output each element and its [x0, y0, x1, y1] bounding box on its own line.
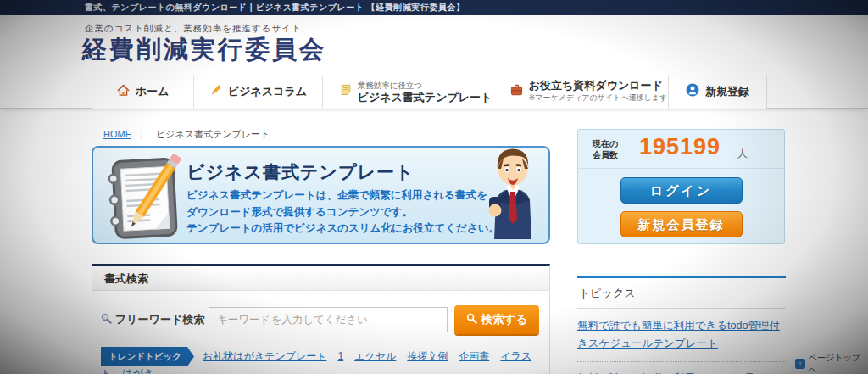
page-top-button[interactable]: ↑ ページトップへ: [792, 354, 868, 373]
banner-description: ビジネス書式テンプレートは、企業で頻繁に利用される書式を ダウンロード形式で提供…: [186, 187, 499, 237]
member-login-panel: 現在の 会員数 195199 人 ログイン 新規会員登録: [577, 129, 785, 244]
page-meta-title: 書式、テンプレートの無料ダウンロード | ビジネス書式テンプレート 【経費削減実…: [85, 0, 465, 15]
nav-item-business-templates[interactable]: 業務効率に役立つ ビジネス書式テンプレート: [322, 75, 509, 109]
top-title-bar: 書式、テンプレートの無料ダウンロード | ビジネス書式テンプレート 【経費削減実…: [0, 0, 868, 15]
login-button[interactable]: ログイン: [620, 177, 743, 204]
search-icon: [466, 313, 477, 327]
home-icon: [117, 84, 130, 100]
trend-link[interactable]: エクセル: [354, 350, 396, 362]
nav-label: ビジネス書式テンプレート: [358, 92, 492, 103]
nav-item-business-column[interactable]: ビジネスコラム: [193, 75, 322, 109]
nav-label: ホーム: [136, 84, 170, 99]
site-logo[interactable]: 経費削減実行委員会: [82, 33, 326, 67]
main-nav: ホーム ビジネスコラム 業務効率に役立つ ビジネス書式テンプレート: [0, 75, 868, 109]
person-icon: [686, 83, 699, 100]
member-count-label: 現在の 会員数: [593, 138, 618, 160]
trend-link[interactable]: お礼状はがきテンプレート: [203, 350, 327, 362]
nav-label: ビジネスコラム: [228, 84, 307, 99]
keyword-search-input[interactable]: [209, 307, 448, 332]
hero-banner: ビジネス書式テンプレート ビジネス書式テンプレートは、企業で頻繁に利用される書式…: [92, 146, 550, 244]
search-icon: [101, 313, 112, 327]
businessman-illustration: [481, 146, 544, 244]
nav-sublabel: ※マーケメディアのサイトへ遷移します: [529, 92, 668, 103]
nav-label: お役立ち資料ダウンロード: [529, 81, 668, 91]
trend-topic-badge: トレンドトピック: [101, 347, 194, 366]
format-search-panel: 書式検索 フリーワード検索 検索する トレンドトピックお礼状はがきテンプレート1…: [92, 264, 550, 374]
member-count-value: 195199: [639, 134, 721, 160]
nav-item-material-download[interactable]: お役立ち資料ダウンロード ※マーケメディアのサイトへ遷移します: [509, 75, 668, 109]
topics-link[interactable]: 無料で誰でも簡単に利用できるtodo管理付きスケジュールテンプレート: [577, 309, 786, 362]
topics-panel: トピックス 無料で誰でも簡単に利用できるtodo管理付きスケジュールテンプレート…: [577, 276, 786, 374]
register-button[interactable]: 新規会員登録: [620, 211, 743, 237]
breadcrumb-current: ビジネス書式テンプレート: [156, 129, 270, 139]
trend-link[interactable]: 企画書: [459, 350, 489, 362]
search-panel-title: 書式検索: [92, 266, 549, 291]
pencil-icon: [209, 84, 222, 100]
notepad-pencil-icon: [100, 152, 185, 244]
breadcrumb-home-link[interactable]: HOME: [103, 129, 131, 139]
member-count-row: 現在の 会員数 195199 人: [578, 130, 784, 169]
trend-link[interactable]: 1: [338, 350, 344, 362]
breadcrumb-separator: 〉: [139, 129, 148, 139]
trend-link[interactable]: はがき: [122, 367, 153, 374]
arrow-up-icon: ↑: [795, 359, 805, 369]
page: 書式、テンプレートの無料ダウンロード | ビジネス書式テンプレート 【経費削減実…: [0, 0, 868, 374]
topics-title: トピックス: [577, 278, 786, 309]
nav-sublabel: 業務効率に役立つ: [358, 81, 492, 91]
nav-item-signup[interactable]: 新規登録: [668, 75, 767, 109]
nav-label: 新規登録: [705, 84, 749, 99]
search-submit-button[interactable]: 検索する: [454, 305, 539, 334]
document-icon: [340, 83, 352, 100]
breadcrumb: HOME〉ビジネス書式テンプレート: [103, 128, 270, 141]
topics-link[interactable]: 無料で誰でも簡単に利用できる3ヶ月スケジュ: [577, 362, 786, 374]
trend-topics-row: トレンドトピックお礼状はがきテンプレート1エクセル挨拶文例企画書イラストはがき: [92, 334, 549, 374]
freeword-search-label: フリーワード検索: [101, 312, 209, 327]
nav-item-home[interactable]: ホーム: [92, 75, 193, 109]
banner-title: ビジネス書式テンプレート: [186, 160, 414, 184]
briefcase-icon: [510, 84, 523, 100]
trend-link[interactable]: 挨拶文例: [407, 350, 448, 362]
member-count-unit: 人: [737, 147, 748, 161]
